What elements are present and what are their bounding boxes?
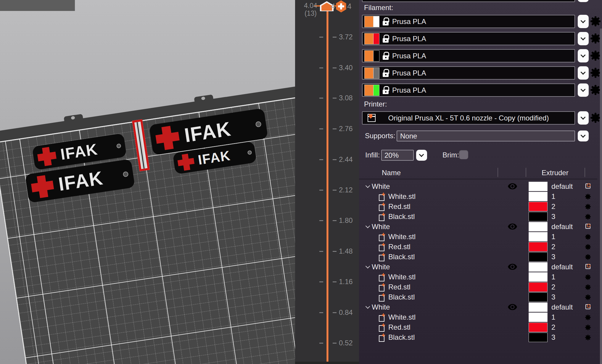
extruder-value: 3 xyxy=(551,253,555,261)
object-row[interactable]: Black.stl 3 xyxy=(359,212,602,222)
tick-label: 3.08 xyxy=(339,94,353,102)
part-settings-gear-icon[interactable] xyxy=(585,335,591,340)
object-row[interactable]: Red.stl 2 xyxy=(359,202,602,212)
part-settings-gear-icon[interactable] xyxy=(585,325,591,330)
object-settings-icon[interactable] xyxy=(585,264,590,269)
prusaslicer-window: IFAK IFAK IFAK IFAK 4.04 (13) 4 xyxy=(0,0,602,364)
part-settings-gear-icon[interactable] xyxy=(585,244,591,250)
object-row[interactable]: White default xyxy=(359,262,602,272)
part-settings-gear-icon[interactable] xyxy=(585,194,591,199)
extruder-color-swatch[interactable] xyxy=(529,313,548,322)
object-row[interactable]: White.stl 1 xyxy=(359,272,602,282)
column-separator xyxy=(585,168,585,177)
object-settings-icon[interactable] xyxy=(585,183,590,189)
infill-combo[interactable]: 20% xyxy=(381,150,414,161)
tick-dash-left xyxy=(319,159,323,160)
object-settings-icon[interactable] xyxy=(585,224,590,229)
extruder-color-swatch[interactable] xyxy=(529,192,548,201)
extruder-color-swatch[interactable] xyxy=(529,323,548,332)
supports-combo[interactable]: None xyxy=(397,131,575,141)
filament-dropdown-button[interactable] xyxy=(578,15,589,28)
part-settings-gear-icon[interactable] xyxy=(585,294,591,300)
extruder-color-swatch[interactable] xyxy=(529,212,548,221)
filament-color-swatch xyxy=(364,50,379,62)
brim-checkbox[interactable] xyxy=(459,150,468,159)
object-row[interactable]: Red.stl 2 xyxy=(359,242,602,252)
extruder-value: 1 xyxy=(551,273,555,281)
collapse-caret-icon[interactable] xyxy=(366,183,370,188)
filament-combo[interactable]: Prusa PLA xyxy=(362,83,575,97)
object-row[interactable]: White default xyxy=(359,302,602,312)
filament-dropdown-button[interactable] xyxy=(578,32,589,45)
printer-combo[interactable]: Original Prusa XL - 5T 0.6 nozzle - Copy… xyxy=(362,111,575,125)
extruder-color-swatch[interactable] xyxy=(529,292,548,302)
extruder-color-swatch[interactable] xyxy=(529,262,548,272)
print-settings-drop-button-clipped[interactable] xyxy=(578,0,589,2)
object-row[interactable]: White.stl 1 xyxy=(359,191,602,202)
collapse-caret-icon[interactable] xyxy=(366,223,370,228)
extruder-color-swatch[interactable] xyxy=(529,282,548,292)
part-settings-gear-icon[interactable] xyxy=(585,274,591,280)
filament-settings-gear-icon[interactable] xyxy=(590,33,601,44)
extruder-color-swatch[interactable] xyxy=(529,242,548,252)
extruder-color-swatch[interactable] xyxy=(529,202,548,211)
filament-dropdown-button[interactable] xyxy=(578,66,589,80)
filament-combo[interactable]: Prusa PLA xyxy=(362,15,575,28)
print-settings-combo-clipped[interactable] xyxy=(362,0,575,2)
object-row[interactable]: White default xyxy=(359,181,602,191)
extruder-color-swatch[interactable] xyxy=(529,252,548,262)
eye-visibility-icon[interactable] xyxy=(508,304,517,310)
filament-combo[interactable]: Prusa PLA xyxy=(362,49,575,62)
tick-label: 1.16 xyxy=(339,278,353,286)
add-color-change-icon[interactable] xyxy=(335,0,347,12)
part-settings-gear-icon[interactable] xyxy=(585,284,591,290)
part-settings-gear-icon[interactable] xyxy=(585,315,591,320)
part-settings-gear-icon[interactable] xyxy=(585,254,591,260)
object-row[interactable]: White default xyxy=(359,222,602,232)
part-settings-gear-icon[interactable] xyxy=(585,234,591,240)
printer-settings-gear-icon[interactable] xyxy=(590,113,601,123)
eye-visibility-icon[interactable] xyxy=(508,264,517,270)
infill-dropdown-button[interactable] xyxy=(416,150,427,161)
mesh-part-icon xyxy=(379,203,385,210)
slider-layer-count: (13) xyxy=(305,9,317,17)
object-row[interactable]: White.stl 1 xyxy=(359,232,602,242)
object-name: Black.stl xyxy=(388,333,415,342)
object-row[interactable]: Black.stl 3 xyxy=(359,252,602,262)
panel-scrollbar[interactable] xyxy=(600,28,602,364)
filament-settings-gear-icon[interactable] xyxy=(590,68,601,78)
collapse-caret-icon[interactable] xyxy=(366,304,370,309)
object-row[interactable]: Black.stl 3 xyxy=(359,332,602,342)
filament-settings-gear-icon[interactable] xyxy=(590,85,601,95)
object-row[interactable]: Black.stl 3 xyxy=(359,292,602,302)
filament-section-label: Filament: xyxy=(364,4,393,12)
printer-dropdown-button[interactable] xyxy=(578,111,589,125)
filament-settings-gear-icon[interactable] xyxy=(590,51,601,61)
filament-dropdown-button[interactable] xyxy=(578,49,589,62)
supports-dropdown-button[interactable] xyxy=(578,131,589,141)
part-settings-gear-icon[interactable] xyxy=(585,214,591,220)
object-row[interactable]: Red.stl 2 xyxy=(359,282,602,292)
lock-icon xyxy=(383,86,389,94)
filament-combo[interactable]: Prusa PLA xyxy=(362,66,575,80)
object-row[interactable]: White.stl 1 xyxy=(359,312,602,322)
part-settings-gear-icon[interactable] xyxy=(585,204,591,210)
extruder-color-swatch[interactable] xyxy=(529,182,548,191)
filament-settings-gear-icon[interactable] xyxy=(590,16,601,26)
object-row[interactable]: Red.stl 2 xyxy=(359,322,602,332)
filament-combo[interactable]: Prusa PLA xyxy=(362,32,575,45)
extruder-color-swatch[interactable] xyxy=(529,272,548,282)
extruder-color-swatch[interactable] xyxy=(529,333,548,342)
extruder-color-swatch[interactable] xyxy=(529,302,548,312)
viewport-3d[interactable]: IFAK IFAK IFAK IFAK xyxy=(0,0,295,364)
tag-text: IFAK xyxy=(197,148,232,168)
eye-visibility-icon[interactable] xyxy=(508,183,517,189)
collapse-caret-icon[interactable] xyxy=(366,264,370,268)
filament-dropdown-button[interactable] xyxy=(578,83,589,97)
eye-visibility-icon[interactable] xyxy=(508,223,517,230)
tick-dash-left xyxy=(319,281,323,282)
filament-color-swatch xyxy=(364,33,379,44)
extruder-color-swatch[interactable] xyxy=(529,222,548,231)
object-settings-icon[interactable] xyxy=(585,304,590,309)
extruder-color-swatch[interactable] xyxy=(529,232,548,241)
